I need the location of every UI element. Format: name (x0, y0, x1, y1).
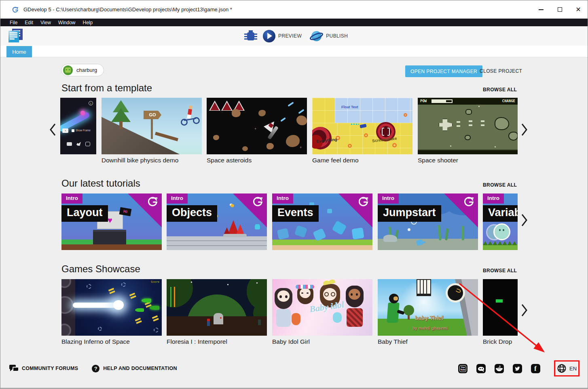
template-label: Space asteroids (207, 157, 252, 164)
reddit-icon[interactable] (495, 364, 504, 373)
tutorial-card-events[interactable]: Intro Events (272, 193, 372, 250)
templates-prev-button[interactable] (49, 123, 56, 137)
youtube-icon[interactable]: YouTube (458, 364, 467, 373)
showcase-card-blazing-inferno[interactable]: Score (61, 279, 162, 336)
templates-browse-all[interactable]: BROWSE ALL (483, 87, 517, 93)
template-label: Game feel demo (312, 157, 359, 164)
menu-window[interactable]: Window (55, 19, 79, 26)
baby-thief-title: baby Thief (415, 315, 443, 321)
template-card-space-shooter[interactable]: POW CHANGE (418, 98, 518, 154)
intro-badge: Intro (272, 193, 293, 204)
tutorial-card-variables[interactable]: +1 Intro Variab (483, 193, 518, 250)
tutorial-title: Jumpstart (378, 205, 441, 222)
user-chip[interactable]: charburg (61, 64, 104, 76)
intro-badge: Intro (483, 193, 504, 204)
community-forums-link[interactable]: COMMUNITY FORUMS (9, 365, 78, 372)
discord-icon[interactable] (476, 364, 486, 373)
thief-head (389, 294, 399, 303)
help-icon: ? (92, 365, 99, 372)
asteroid (258, 110, 266, 116)
language-selector[interactable]: EN (557, 364, 577, 373)
char2 (258, 320, 261, 325)
float-text-label: Float Text (341, 105, 358, 109)
tutorials-browse-all[interactable]: BROWSE ALL (483, 182, 517, 188)
template-card-game-feel-demo[interactable]: Float Text Everything Screenshake (312, 98, 412, 154)
green-enemy (142, 299, 151, 303)
yellow-shots (152, 315, 158, 319)
project-manager-icon-front (8, 31, 19, 42)
showcase-label: Baby Idol Girl (272, 338, 310, 345)
stone-door (214, 313, 223, 324)
showcase-next-button[interactable] (521, 303, 528, 317)
bullet (469, 124, 472, 126)
showcase-card-baby-idol[interactable]: Baby idol (272, 279, 372, 336)
blue-bug (255, 225, 260, 229)
tutorial-card-layout[interactable]: ♥ Hi Intro Layout (61, 193, 162, 250)
change-label: CHANGE (502, 99, 515, 103)
window-title: GDevelop 5 - C:\Users\charburg\Documents… (23, 6, 232, 13)
rubble (223, 234, 247, 237)
orange-ring (348, 144, 352, 148)
pow-bar (431, 99, 453, 103)
bee (231, 204, 234, 207)
show-frame-label: Show Frame (76, 129, 91, 132)
templates-section-title: Start from a template (61, 82, 152, 94)
crab-sprite (351, 227, 364, 240)
chibi-face (323, 288, 336, 301)
laser-bolt (280, 117, 286, 122)
close-button[interactable]: ✕ (569, 0, 588, 19)
showcase-label: Blazing Inferno of Space (61, 338, 130, 345)
asteroid (296, 116, 307, 125)
tutorials-next-button[interactable] (521, 213, 528, 227)
menu-edit[interactable]: Edit (21, 19, 37, 26)
menu-view[interactable]: View (37, 19, 55, 26)
bubble-small (408, 228, 410, 231)
tree-bottom (111, 108, 131, 122)
close-icon: ✕ (575, 6, 581, 13)
showcase-label: Baby Thief (378, 338, 408, 345)
cyan-trail (351, 124, 359, 125)
open-project-manager-button[interactable]: OPEN PROJECT MANAGER (405, 65, 482, 77)
char-body (207, 321, 210, 326)
language-code: EN (569, 366, 577, 372)
youtube-mini-icon (67, 142, 72, 146)
star: + (300, 145, 302, 148)
publish-label: PUBLISH (326, 33, 348, 39)
community-forums-label: COMMUNITY FORUMS (22, 366, 78, 371)
showcase-card-brick-drop[interactable] (483, 279, 518, 336)
help-documentation-link[interactable]: ? HELP AND DOCUMENTATION (92, 365, 177, 372)
yellow-shots (108, 288, 114, 292)
rider-head (189, 105, 192, 109)
minimize-button[interactable] (532, 0, 550, 19)
gdevelop-logo-icon (357, 196, 370, 208)
showcase-browse-all[interactable]: BROWSE ALL (483, 268, 517, 273)
maximize-button[interactable] (550, 0, 569, 19)
showcase-card-baby-thief[interactable]: baby Thief by mahdi ghasemi (378, 279, 478, 336)
templates-next-button[interactable] (521, 123, 528, 137)
showcase-card-floresia[interactable] (167, 279, 267, 336)
intro-badge: Intro (378, 193, 399, 204)
preview-button[interactable]: PREVIEW (261, 30, 304, 42)
debugger-button[interactable] (245, 29, 257, 43)
footer-links: COMMUNITY FORUMS ? HELP AND DOCUMENTATIO… (9, 360, 177, 376)
tutorial-card-objects[interactable]: Intro Objects (167, 193, 267, 250)
brick-wall (167, 236, 267, 250)
close-project-button[interactable]: CLOSE PROJECT (480, 68, 522, 74)
menu-help[interactable]: Help (79, 19, 97, 26)
tab-bar: Home (0, 46, 588, 57)
rock (383, 235, 397, 242)
template-card-space-asteroids[interactable]: + + (207, 98, 307, 154)
twitter-icon[interactable] (513, 364, 522, 373)
facebook-icon[interactable]: f (531, 364, 540, 373)
avatar (63, 65, 73, 75)
ghost-eyes (499, 229, 501, 231)
template-card-downhill-bike[interactable]: GO (102, 98, 202, 154)
project-manager-button[interactable] (8, 29, 24, 43)
publish-button[interactable]: PUBLISH (308, 30, 350, 42)
tab-home[interactable]: Home (6, 46, 32, 57)
template-card-particle-demo[interactable]: i › Show Frame (60, 98, 96, 154)
laser-bolt (298, 109, 304, 114)
menu-file[interactable]: File (6, 19, 21, 26)
tutorial-card-jumpstart[interactable]: Intro Jumpstart (378, 193, 478, 250)
grass (272, 240, 372, 245)
